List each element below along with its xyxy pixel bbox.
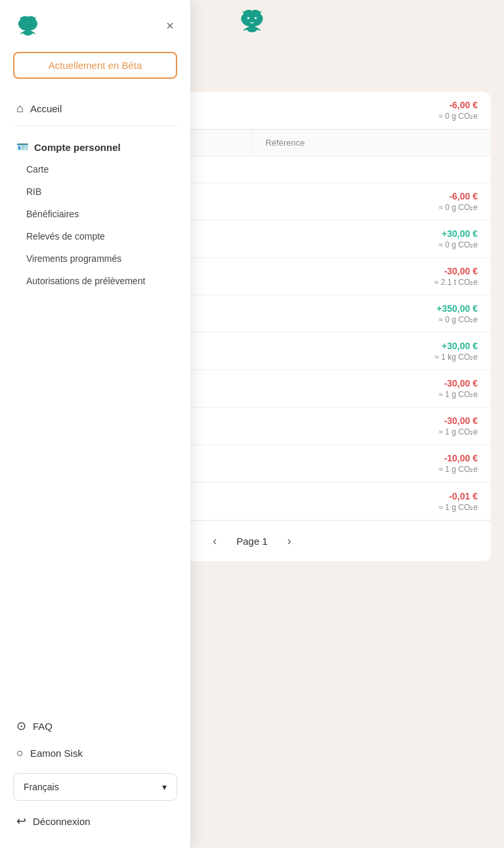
sidebar-item-rib[interactable]: RIB xyxy=(13,180,177,203)
nav-divider-1 xyxy=(13,125,177,126)
user-item: ○ Eamon Sisk xyxy=(13,740,177,767)
logo-icon xyxy=(236,7,268,33)
tx-amount-0: -6,00 € xyxy=(438,100,478,110)
sidebar-item-autorisations[interactable]: Autorisations de prélèvement xyxy=(13,270,177,292)
tx-co2-3: ≈ 2.1 t CO₂e xyxy=(434,278,478,287)
close-sidebar-button[interactable]: × xyxy=(163,15,177,37)
sidebar-bottom: ⊙ FAQ ○ Eamon Sisk Français ▾ ↩ Déconnex… xyxy=(13,712,177,835)
tx-row-2-content: +30,00 € ≈ 0 g CO₂e xyxy=(438,228,478,249)
beta-badge-button[interactable]: Actuellement en Béta xyxy=(13,52,177,79)
tx-row-5-content: +30,00 € ≈ 1 kg CO₂e xyxy=(434,341,478,362)
tx-row-0-content: -6,00 € ≈ 0 g CO₂e xyxy=(438,100,478,121)
user-icon: ○ xyxy=(16,746,24,760)
tx-row-3-content: -30,00 € ≈ 2.1 t CO₂e xyxy=(434,266,478,287)
header-logo xyxy=(236,7,268,33)
col-ref-header: Référence xyxy=(252,130,492,156)
sidebar-item-carte[interactable]: Carte xyxy=(13,158,177,180)
prev-page-button[interactable]: ‹ xyxy=(206,531,223,551)
tx-amount-5: +30,00 € xyxy=(434,341,478,351)
sidebar: × Actuellement en Béta ⌂ Accueil 🪪 Compt… xyxy=(0,0,190,848)
next-page-button[interactable]: › xyxy=(281,531,298,551)
account-section-label: Compte personnel xyxy=(34,142,121,153)
tx-row-6-content: -30,00 € ≈ 1 g CO₂e xyxy=(438,378,478,399)
sidebar-logo-icon xyxy=(13,13,43,36)
home-icon: ⌂ xyxy=(16,102,24,116)
tx-amount-2: +30,00 € xyxy=(438,228,478,239)
account-section-header: 🪪 Compte personnel xyxy=(13,136,177,158)
sidebar-top: × xyxy=(13,13,177,39)
tx-row-7-content: -30,00 € ≈ 1 g CO₂e xyxy=(438,415,478,436)
tx-row-4-content: +350,00 € ≈ 0 g CO₂e xyxy=(436,303,478,324)
tx-co2-0: ≈ 0 g CO₂e xyxy=(438,112,478,121)
svg-point-1 xyxy=(255,17,257,19)
svg-point-0 xyxy=(247,17,249,19)
chevron-down-icon: ▾ xyxy=(162,782,167,792)
tx-co2-6: ≈ 1 g CO₂e xyxy=(438,390,478,399)
logout-icon: ↩ xyxy=(16,814,26,828)
tx-co2-4: ≈ 0 g CO₂e xyxy=(436,315,478,324)
id-card-icon: 🪪 xyxy=(16,141,29,153)
language-select[interactable]: Français ▾ xyxy=(13,773,177,801)
tx-amount-3: -30,00 € xyxy=(434,266,478,276)
tx-amount-6: -30,00 € xyxy=(438,378,478,389)
nav-home-label: Accueil xyxy=(30,103,62,114)
tx-amount-1: -6,00 € xyxy=(438,191,478,201)
tx-amount-8: -10,00 € xyxy=(438,453,478,463)
sidebar-item-beneficiaires[interactable]: Bénéficiaires xyxy=(13,203,177,225)
tx-co2-5: ≈ 1 kg CO₂e xyxy=(434,352,478,362)
language-label: Français xyxy=(24,782,59,792)
logout-label: Déconnexion xyxy=(33,816,91,827)
faq-icon: ⊙ xyxy=(16,719,26,733)
tx-amount-4: +350,00 € xyxy=(436,303,478,314)
tx-co2-2: ≈ 0 g CO₂e xyxy=(438,240,478,249)
user-name: Eamon Sisk xyxy=(30,748,83,759)
nav-home-item[interactable]: ⌂ Accueil xyxy=(13,95,177,122)
sidebar-item-releves[interactable]: Relevés de compte xyxy=(13,225,177,247)
tx-row-8-content: -10,00 € ≈ 1 g CO₂e xyxy=(438,453,478,474)
sidebar-logo xyxy=(13,13,43,39)
last-tx-right: -0,01 € ≈ 1 g CO₂e xyxy=(438,491,478,512)
faq-label: FAQ xyxy=(33,721,52,732)
faq-item[interactable]: ⊙ FAQ xyxy=(13,712,177,740)
tx-co2-1: ≈ 0 g CO₂e xyxy=(438,203,478,212)
tx-co2-8: ≈ 1 g CO₂e xyxy=(438,465,478,474)
page-label: Page 1 xyxy=(236,536,268,547)
tx-co2-7: ≈ 1 g CO₂e xyxy=(438,427,478,436)
last-tx-co2: ≈ 1 g CO₂e xyxy=(438,503,478,512)
tx-row-1-content: -6,00 € ≈ 0 g CO₂e xyxy=(438,191,478,212)
tx-amount-7: -30,00 € xyxy=(438,415,478,426)
last-tx-amount: -0,01 € xyxy=(438,491,478,501)
sidebar-item-virements[interactable]: Virements programmés xyxy=(13,247,177,270)
logout-item[interactable]: ↩ Déconnexion xyxy=(13,807,177,835)
